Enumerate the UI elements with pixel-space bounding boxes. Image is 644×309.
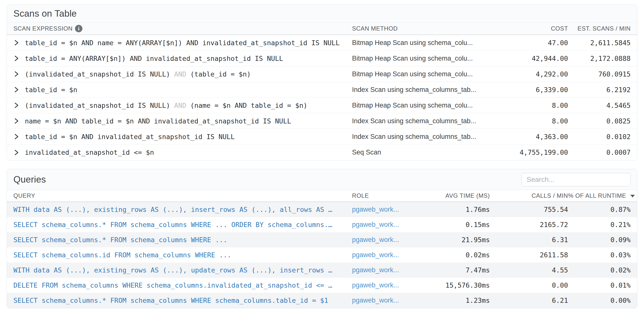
chevron-right-icon[interactable] xyxy=(14,149,19,156)
scan-cost-cell: 4,292.00 xyxy=(511,70,568,78)
role-link[interactable]: pgaweb_work... xyxy=(352,281,404,289)
scan-est-per-min-cell: 0.0102 xyxy=(568,133,630,141)
calls-min-cell: 2611.58 xyxy=(490,251,568,259)
role-link[interactable]: pgaweb_work... xyxy=(352,296,404,304)
scan-table-row[interactable]: table_id = $n Index Scan using schema_co… xyxy=(7,82,637,98)
scan-table-row[interactable]: invalidated_at_snapshot_id <= $n Seq Sca… xyxy=(7,145,637,160)
pct-runtime-cell: 0.21% xyxy=(568,221,630,228)
query-link[interactable]: WITH data AS (...), existing_rows AS (..… xyxy=(14,206,352,213)
scan-expression-cell: table_id = ANY(ARRAY[$n]) AND invalidate… xyxy=(14,55,352,62)
scan-expression-cell: table_id = $n xyxy=(14,86,352,94)
chevron-right-icon[interactable] xyxy=(14,55,19,62)
scan-method-cell: Index Scan using schema_columns_tab... xyxy=(352,86,511,94)
role-link[interactable]: pgaweb_work... xyxy=(352,266,404,274)
query-table-row: SELECT schema_columns.* FROM schema_colu… xyxy=(7,217,637,232)
scan-table-row[interactable]: (invalidated_at_snapshot_id IS NULL) AND… xyxy=(7,98,637,113)
query-link[interactable]: SELECT schema_columns.* FROM schema_colu… xyxy=(14,221,352,228)
queries-panel-heading: Queries xyxy=(7,169,637,190)
column-header-pct-runtime[interactable]: % OF ALL RUNTIME xyxy=(568,192,630,199)
scan-est-per-min-cell: 4.5465 xyxy=(568,102,630,109)
query-table-row: SELECT schema_columns.* FROM schema_colu… xyxy=(7,293,637,308)
scan-expression-text: table_id = $n AND name = ANY(ARRAY[$n]) … xyxy=(25,39,340,47)
scan-method-cell: Index Scan using schema_columns_tab... xyxy=(352,133,511,141)
column-header-est-scans-min: EST. SCANS / MIN xyxy=(568,25,630,32)
scan-est-per-min-cell: 6.2192 xyxy=(568,86,630,94)
scan-expression-cell: name = $n AND table_id = $n AND invalida… xyxy=(14,117,352,125)
query-table-row: WITH data AS (...), existing_rows AS (..… xyxy=(7,202,637,217)
query-table-row: SELECT schema_columns.* FROM schema_colu… xyxy=(7,232,637,247)
column-header-scan-method: SCAN METHOD xyxy=(352,25,511,32)
avg-time-cell: 7.47ms xyxy=(404,266,490,274)
pct-runtime-cell: 0.09% xyxy=(568,236,630,244)
scan-table-row[interactable]: (invalidated_at_snapshot_id IS NULL) AND… xyxy=(7,66,637,82)
scan-est-per-min-cell: 760.0915 xyxy=(568,70,630,78)
queries-table-body: WITH data AS (...), existing_rows AS (..… xyxy=(7,202,637,308)
calls-min-cell: 0.00 xyxy=(490,281,568,289)
scan-expression-text: name = $n AND table_id = $n AND invalida… xyxy=(25,117,291,125)
chevron-right-icon[interactable] xyxy=(14,70,19,78)
role-link[interactable]: pgaweb_work... xyxy=(352,251,404,259)
role-link[interactable]: pgaweb_work... xyxy=(352,221,404,228)
scan-method-cell: Bitmap Heap Scan using schema_colu... xyxy=(352,39,511,47)
scan-expression-text: table_id = $n xyxy=(25,86,77,94)
scan-expression-text: (invalidated_at_snapshot_id IS NULL) AND… xyxy=(25,70,251,78)
queries-panel: Queries QUERY ROLE AVG TIME (MS) CALLS /… xyxy=(7,169,637,308)
scans-on-table-panel: Scans on Table SCAN EXPRESSION i SCAN ME… xyxy=(7,5,637,160)
scan-method-cell: Bitmap Heap Scan using schema_colu... xyxy=(352,102,511,109)
chevron-right-icon[interactable] xyxy=(14,39,19,47)
role-link[interactable]: pgaweb_work... xyxy=(352,236,404,244)
scan-expression-cell: table_id = $n AND name = ANY(ARRAY[$n]) … xyxy=(14,39,352,47)
column-header-calls-min[interactable]: CALLS / MIN xyxy=(490,192,568,199)
query-link[interactable]: DELETE FROM schema_columns WHERE schema_… xyxy=(14,281,352,289)
pct-runtime-cell: 0.01% xyxy=(568,281,630,289)
scan-expression-text: table_id = ANY(ARRAY[$n]) AND invalidate… xyxy=(25,55,283,62)
chevron-right-icon[interactable] xyxy=(14,86,19,93)
avg-time-cell: 0.02ms xyxy=(404,251,490,259)
scan-table-row[interactable]: table_id = $n AND invalidated_at_snapsho… xyxy=(7,129,637,145)
query-table-row: WITH data AS (...), existing_rows AS (..… xyxy=(7,262,637,278)
column-header-query[interactable]: QUERY xyxy=(14,192,352,199)
calls-min-cell: 2165.72 xyxy=(490,221,568,228)
pct-runtime-cell: 0.87% xyxy=(568,206,630,213)
pct-runtime-cell: 0.03% xyxy=(568,251,630,259)
queries-column-header-row: QUERY ROLE AVG TIME (MS) CALLS / MIN % O… xyxy=(7,190,637,202)
scan-cost-cell: 4,755,199.00 xyxy=(511,149,568,156)
calls-min-cell: 6.21 xyxy=(490,296,568,304)
scan-expression-cell: table_id = $n AND invalidated_at_snapsho… xyxy=(14,133,352,141)
scan-est-per-min-cell: 0.0825 xyxy=(568,117,630,125)
scan-cost-cell: 8.00 xyxy=(511,102,568,109)
pct-runtime-cell: 0.00% xyxy=(568,296,630,304)
role-link[interactable]: pgaweb_work... xyxy=(352,206,404,213)
scan-method-cell: Seq Scan xyxy=(352,149,511,156)
chevron-right-icon[interactable] xyxy=(14,102,19,109)
column-header-role[interactable]: ROLE xyxy=(352,192,404,199)
query-link[interactable]: SELECT schema_columns.* FROM schema_colu… xyxy=(14,236,352,244)
scan-expression-header-label: SCAN EXPRESSION xyxy=(14,25,72,32)
scan-method-cell: Bitmap Heap Scan using schema_colu... xyxy=(352,55,511,62)
scan-est-per-min-cell: 2,611.5845 xyxy=(568,39,630,47)
scan-expression-text: table_id = $n AND invalidated_at_snapsho… xyxy=(25,133,234,141)
query-link[interactable]: SELECT schema_columns.id FROM schema_col… xyxy=(14,251,352,259)
scan-cost-cell: 47.00 xyxy=(511,39,568,47)
avg-time-cell: 1.23ms xyxy=(404,296,490,304)
pct-runtime-header-label: % OF ALL RUNTIME xyxy=(568,192,626,199)
chevron-right-icon[interactable] xyxy=(14,117,19,125)
scan-table-row[interactable]: table_id = $n AND name = ANY(ARRAY[$n]) … xyxy=(7,35,637,51)
scan-expression-cell: (invalidated_at_snapshot_id IS NULL) AND… xyxy=(14,70,352,78)
scans-table-body: table_id = $n AND name = ANY(ARRAY[$n]) … xyxy=(7,35,637,160)
scan-table-row[interactable]: name = $n AND table_id = $n AND invalida… xyxy=(7,113,637,129)
query-link[interactable]: SELECT schema_columns.* FROM schema_colu… xyxy=(14,296,352,304)
scan-table-row[interactable]: table_id = ANY(ARRAY[$n]) AND invalidate… xyxy=(7,51,637,66)
scan-expression-cell: (invalidated_at_snapshot_id IS NULL) AND… xyxy=(14,102,352,109)
queries-search-input[interactable] xyxy=(521,173,630,186)
column-header-avg-time[interactable]: AVG TIME (MS) xyxy=(404,192,490,199)
chevron-right-icon[interactable] xyxy=(14,133,19,140)
pct-runtime-cell: 0.02% xyxy=(568,266,630,274)
calls-min-cell: 4.55 xyxy=(490,266,568,274)
info-icon[interactable]: i xyxy=(75,25,82,32)
scan-cost-cell: 4,363.00 xyxy=(511,133,568,141)
scan-method-cell: Bitmap Heap Scan using schema_colu... xyxy=(352,70,511,78)
scan-est-per-min-cell: 0.0007 xyxy=(568,149,630,156)
scan-expression-text: (invalidated_at_snapshot_id IS NULL) AND… xyxy=(25,102,307,109)
query-link[interactable]: WITH data AS (...), existing_rows AS (..… xyxy=(14,266,352,274)
